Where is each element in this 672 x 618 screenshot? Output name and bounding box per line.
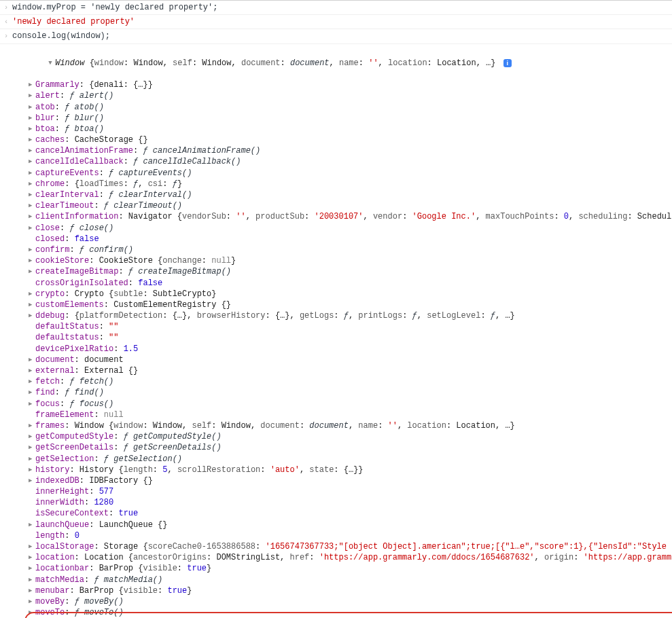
- console-input-row[interactable]: › window.myProp = 'newly declared proper…: [0, 1, 672, 15]
- disclosure-triangle-icon[interactable]: [29, 268, 35, 276]
- property-row[interactable]: clientInformation: Navigator {vendorSub:…: [29, 211, 672, 222]
- property-row[interactable]: locationbar: BarProp {visible: true}: [29, 563, 672, 574]
- property-row[interactable]: atob: ƒ atob(): [29, 102, 672, 113]
- property-row[interactable]: caches: CacheStorage {}: [29, 134, 672, 145]
- disclosure-triangle-icon[interactable]: [29, 114, 35, 122]
- disclosure-triangle-icon[interactable]: [29, 477, 35, 485]
- disclosure-triangle-icon[interactable]: [29, 378, 35, 386]
- property-row[interactable]: alert: ƒ alert(): [29, 90, 672, 101]
- property-row[interactable]: Grammarly: {denali: {…}}: [29, 79, 672, 90]
- property-key: fetch: [35, 377, 60, 386]
- property-row[interactable]: crypto: Crypto {subtle: SubtleCrypto}: [29, 289, 672, 299]
- disclosure-triangle-icon[interactable]: [29, 213, 35, 221]
- disclosure-triangle-icon[interactable]: [29, 180, 35, 188]
- property-value: ƒ clearTimeout(): [104, 201, 182, 211]
- disclosure-triangle-icon[interactable]: [29, 169, 35, 177]
- property-row[interactable]: find: ƒ find(): [29, 387, 672, 398]
- property-row[interactable]: location: Location {ancestorOrigins: DOM…: [29, 552, 672, 563]
- property-row[interactable]: document: document: [29, 355, 672, 365]
- property-row[interactable]: close: ƒ close(): [29, 223, 672, 234]
- disclosure-triangle-icon[interactable]: [29, 301, 35, 309]
- property-row[interactable]: clearInterval: ƒ clearInterval(): [29, 189, 672, 200]
- info-icon[interactable]: i: [503, 59, 512, 67]
- property-key: cookieStore: [35, 256, 89, 266]
- property-row[interactable]: launchQueue: LaunchQueue {}: [29, 520, 672, 530]
- disclosure-triangle-icon[interactable]: [29, 587, 35, 595]
- property-row[interactable]: indexedDB: IDBFactory {}: [29, 475, 672, 486]
- property-row[interactable]: menubar: BarProp {visible: true}: [29, 585, 672, 596]
- property-row[interactable]: matchMedia: ƒ matchMedia(): [29, 575, 672, 585]
- property-list: Grammarly: {denali: {…}}alert: ƒ alert()…: [19, 79, 672, 618]
- property-row[interactable]: clearTimeout: ƒ clearTimeout(): [29, 200, 672, 211]
- disclosure-triangle-icon[interactable]: [29, 81, 35, 89]
- object-header-trailer: , …}: [476, 58, 496, 68]
- property-row[interactable]: external: External {}: [29, 365, 672, 376]
- property-key: getScreenDetails: [35, 443, 113, 452]
- property-value: true: [118, 509, 138, 518]
- property-row[interactable]: createImageBitmap: ƒ createImageBitmap(): [29, 266, 672, 277]
- disclosure-triangle-icon[interactable]: [29, 608, 35, 617]
- disclosure-triangle-icon[interactable]: [29, 136, 35, 144]
- disclosure-triangle-icon[interactable]: [48, 59, 55, 67]
- property-row[interactable]: confirm: ƒ confirm(): [29, 244, 672, 255]
- disclosure-triangle-icon[interactable]: [29, 257, 35, 265]
- disclosure-triangle-icon[interactable]: [29, 598, 35, 606]
- property-row[interactable]: moveBy: ƒ moveBy(): [29, 596, 672, 607]
- property-row[interactable]: captureEvents: ƒ captureEvents(): [29, 168, 672, 179]
- property-row[interactable]: localStorage: Storage {scoreCache0-16538…: [29, 541, 672, 552]
- property-row[interactable]: history: History {length: 5, scrollResto…: [29, 465, 672, 475]
- property-row[interactable]: customElements: CustomElementRegistry {}: [29, 299, 672, 310]
- disclosure-triangle-icon[interactable]: [29, 400, 35, 408]
- disclosure-triangle-icon[interactable]: [29, 388, 35, 397]
- disclosure-triangle-icon[interactable]: [29, 191, 35, 199]
- property-value: ƒ createImageBitmap(): [128, 267, 231, 276]
- property-value: ƒ cancelIdleCallback(): [133, 157, 241, 166]
- disclosure-triangle-icon[interactable]: [29, 224, 35, 232]
- property-row[interactable]: getSelection: ƒ getSelection(): [29, 454, 672, 465]
- property-row[interactable]: moveTo: ƒ moveTo(): [29, 607, 672, 618]
- disclosure-triangle-icon[interactable]: [29, 576, 35, 584]
- disclosure-triangle-icon[interactable]: [29, 246, 35, 254]
- property-row[interactable]: chrome: {loadTimes: ƒ, csi: ƒ}: [29, 179, 672, 189]
- disclosure-triangle-icon[interactable]: [29, 356, 35, 364]
- disclosure-triangle-icon[interactable]: [29, 92, 35, 100]
- property-value: ƒ getSelection(): [104, 454, 182, 464]
- disclosure-triangle-icon[interactable]: [29, 147, 35, 155]
- object-header[interactable]: Window {window: Window, self: Window, do…: [19, 47, 672, 80]
- property-key: captureEvents: [35, 168, 99, 178]
- disclosure-triangle-icon[interactable]: [29, 543, 35, 551]
- disclosure-triangle-icon[interactable]: [29, 564, 35, 572]
- property-key: getComputedStyle: [35, 432, 113, 441]
- property-key: length: [35, 531, 65, 541]
- disclosure-triangle-icon[interactable]: [29, 521, 35, 529]
- property-key: innerWidth: [35, 498, 84, 507]
- property-row[interactable]: getScreenDetails: ƒ getScreenDetails(): [29, 442, 672, 453]
- disclosure-triangle-icon[interactable]: [29, 367, 35, 375]
- property-key: clearTimeout: [35, 201, 94, 211]
- disclosure-triangle-icon[interactable]: [29, 312, 35, 320]
- disclosure-triangle-icon[interactable]: [29, 422, 35, 430]
- disclosure-triangle-icon[interactable]: [29, 466, 35, 474]
- disclosure-triangle-icon[interactable]: [29, 433, 35, 441]
- property-row[interactable]: btoa: ƒ btoa(): [29, 124, 672, 134]
- property-row[interactable]: fetch: ƒ fetch(): [29, 376, 672, 387]
- property-row[interactable]: cookieStore: CookieStore {onchange: null…: [29, 255, 672, 266]
- property-row[interactable]: focus: ƒ focus(): [29, 399, 672, 410]
- disclosure-triangle-icon[interactable]: [29, 553, 35, 562]
- property-row[interactable]: ddebug: {platformDetection: {…}, browser…: [29, 310, 672, 321]
- property-row[interactable]: blur: ƒ blur(): [29, 113, 672, 124]
- property-row[interactable]: getComputedStyle: ƒ getComputedStyle(): [29, 431, 672, 442]
- disclosure-triangle-icon[interactable]: [29, 125, 35, 133]
- disclosure-triangle-icon[interactable]: [29, 202, 35, 210]
- disclosure-triangle-icon[interactable]: [29, 103, 35, 111]
- disclosure-triangle-icon[interactable]: [29, 455, 35, 463]
- console-input-text: window.myProp = 'newly declared property…: [12, 2, 217, 13]
- disclosure-triangle-icon[interactable]: [29, 290, 35, 298]
- property-row[interactable]: cancelIdleCallback: ƒ cancelIdleCallback…: [29, 156, 672, 167]
- property-row[interactable]: cancelAnimationFrame: ƒ cancelAnimationF…: [29, 145, 672, 156]
- disclosure-triangle-icon[interactable]: [29, 443, 35, 452]
- console-input-row[interactable]: › console.log(window);: [0, 29, 672, 43]
- disclosure-triangle-icon[interactable]: [29, 158, 35, 166]
- property-key: ddebug: [35, 311, 65, 321]
- property-row[interactable]: frames: Window {window: Window, self: Wi…: [29, 420, 672, 431]
